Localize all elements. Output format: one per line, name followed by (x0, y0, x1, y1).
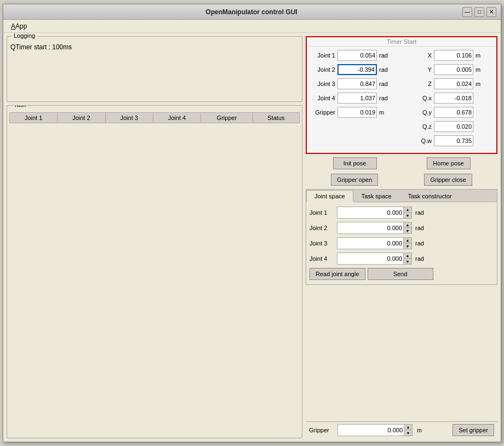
pose-qw-input[interactable] (434, 135, 473, 146)
pose-x-input[interactable] (434, 50, 473, 61)
gripper-bottom-up[interactable]: ▲ (404, 425, 412, 430)
minimize-button[interactable]: — (462, 7, 472, 17)
title-bar: OpenManipulator control GUI — □ ✕ (3, 4, 501, 20)
pose-buttons-row2: Gripper open Gripper close (306, 173, 497, 187)
joint1-input[interactable] (337, 50, 377, 61)
joint3-unit: rad (379, 81, 390, 87)
tab-joint4-down[interactable]: ▼ (404, 259, 411, 264)
tab-joint2-input-wrap: ▲ ▼ (337, 222, 412, 234)
tab-joint3-unit: rad (415, 240, 424, 247)
gripper-open-button[interactable]: Gripper open (331, 174, 378, 186)
joint3-input[interactable] (337, 78, 377, 89)
gripper-input[interactable] (337, 107, 377, 118)
window-controls: — □ ✕ (462, 7, 496, 17)
tab-joint1-spinner: ▲ ▼ (403, 207, 411, 218)
joints-section: Joint 1 rad Joint 2 rad Joint 3 (310, 50, 412, 150)
tab-task-constructor[interactable]: Task constructor (400, 190, 460, 202)
init-pose-button[interactable]: Init pose (333, 157, 377, 169)
tab-joint2-label: Joint 2 (310, 225, 335, 231)
pose-buttons-row1: Init pose Home pose (306, 156, 497, 170)
gripper-close-button[interactable]: Gripper close (424, 174, 472, 186)
joint2-unit: rad (379, 66, 390, 73)
timer-box: Timer Start Joint 1 rad Joint 2 (306, 36, 497, 154)
close-button[interactable]: ✕ (486, 7, 496, 17)
tab-joint-space[interactable]: Joint space (306, 190, 353, 202)
logging-content: QTimer start : 100ms (10, 43, 299, 51)
gripper-row: Gripper m (310, 107, 412, 118)
joint4-input[interactable] (337, 93, 377, 104)
pose-z-unit: m (476, 81, 480, 87)
pose-qy-input[interactable] (434, 107, 473, 118)
gripper-unit: m (379, 109, 390, 116)
pose-qx-input[interactable] (434, 93, 473, 104)
app-menu[interactable]: AApp (8, 21, 30, 31)
tab-joint2-input[interactable] (337, 222, 403, 233)
joint4-label: Joint 4 (310, 95, 335, 101)
tab-bar: Joint space Task space Task constructor (306, 190, 497, 202)
tab-joint4-input[interactable] (337, 253, 403, 264)
tab-joint4-label: Joint 4 (310, 255, 335, 262)
gripper-bottom-label: Gripper (309, 427, 334, 433)
spacer (306, 287, 497, 419)
timer-inner: Joint 1 rad Joint 2 rad Joint 3 (307, 47, 496, 153)
gripper-bottom-spinner: ▲ ▼ (404, 425, 412, 436)
joint2-input[interactable] (337, 64, 377, 75)
gripper-bottom-input[interactable] (338, 425, 404, 436)
window-title: OpenManipulator control GUI (41, 8, 462, 16)
pose-y-row: Y m (416, 64, 493, 75)
main-content: Logging QTimer start : 100ms Task Joint … (3, 33, 501, 442)
pose-y-unit: m (476, 66, 480, 73)
joint3-label: Joint 3 (310, 81, 335, 87)
pose-qw-row: Q.w (416, 135, 493, 146)
pose-x-row: X m (416, 50, 493, 61)
read-joint-angle-button[interactable]: Read joint angle (310, 268, 365, 280)
tab-joint2-down[interactable]: ▼ (404, 228, 411, 233)
task-title: Task (12, 105, 28, 108)
timer-title: Timer Start (307, 37, 496, 47)
tab-joint3-row: Joint 3 ▲ ▼ rad (310, 237, 494, 249)
joint3-row: Joint 3 rad (310, 78, 412, 89)
tab-joint2-up[interactable]: ▲ (404, 222, 411, 228)
tab-joint4-unit: rad (415, 255, 424, 262)
send-button[interactable]: Send (368, 268, 433, 280)
tab-joint4-input-wrap: ▲ ▼ (337, 253, 412, 265)
tab-joint4-row: Joint 4 ▲ ▼ rad (310, 253, 494, 265)
pose-z-input[interactable] (434, 78, 473, 89)
logging-title: Logging (12, 33, 37, 39)
pose-y-input[interactable] (434, 64, 473, 75)
tab-joint3-down[interactable]: ▼ (404, 243, 411, 249)
tab-joint4-up[interactable]: ▲ (404, 253, 411, 259)
tab-joint4-spinner: ▲ ▼ (403, 253, 411, 264)
tab-joint3-input[interactable] (337, 238, 403, 249)
pose-qw-label: Q.w (416, 138, 432, 144)
task-table: Joint 1 Joint 2 Joint 3 Joint 4 Gripper … (9, 112, 300, 123)
tab-joint3-up[interactable]: ▲ (404, 238, 411, 243)
pose-qz-label: Q.z (416, 123, 432, 130)
joint2-row: Joint 2 rad (310, 64, 412, 75)
tab-joint1-input[interactable] (337, 207, 403, 218)
left-panel: Logging QTimer start : 100ms Task Joint … (7, 36, 302, 438)
tabs-container: Joint space Task space Task constructor … (306, 189, 497, 285)
tab-joint3-input-wrap: ▲ ▼ (337, 237, 412, 249)
tab-task-space[interactable]: Task space (353, 190, 400, 202)
tab-joint1-down[interactable]: ▼ (404, 213, 411, 218)
home-pose-button[interactable]: Home pose (427, 157, 471, 169)
tab-joint2-unit: rad (415, 225, 424, 231)
gripper-bottom-down[interactable]: ▼ (404, 430, 412, 436)
col-status: Status (253, 113, 299, 123)
joint1-label: Joint 1 (310, 52, 335, 59)
set-gripper-button[interactable]: Set gripper (453, 424, 494, 436)
tab-content-joint-space: Joint 1 ▲ ▼ rad Joint 2 (306, 202, 497, 284)
task-group: Task Joint 1 Joint 2 Joint 3 Joint 4 Gri… (7, 105, 302, 438)
pose-qz-input[interactable] (434, 121, 473, 132)
maximize-button[interactable]: □ (474, 7, 484, 17)
joint4-unit: rad (379, 95, 390, 101)
tab-joint1-up[interactable]: ▲ (404, 207, 411, 213)
pose-z-label: Z (416, 81, 432, 87)
tab-joint1-label: Joint 1 (310, 209, 335, 216)
col-joint4: Joint 4 (153, 113, 201, 123)
pose-qz-row: Q.z (416, 121, 493, 132)
gripper-bottom-unit: m (417, 427, 422, 433)
pose-x-label: X (416, 52, 432, 59)
joint1-row: Joint 1 rad (310, 50, 412, 61)
